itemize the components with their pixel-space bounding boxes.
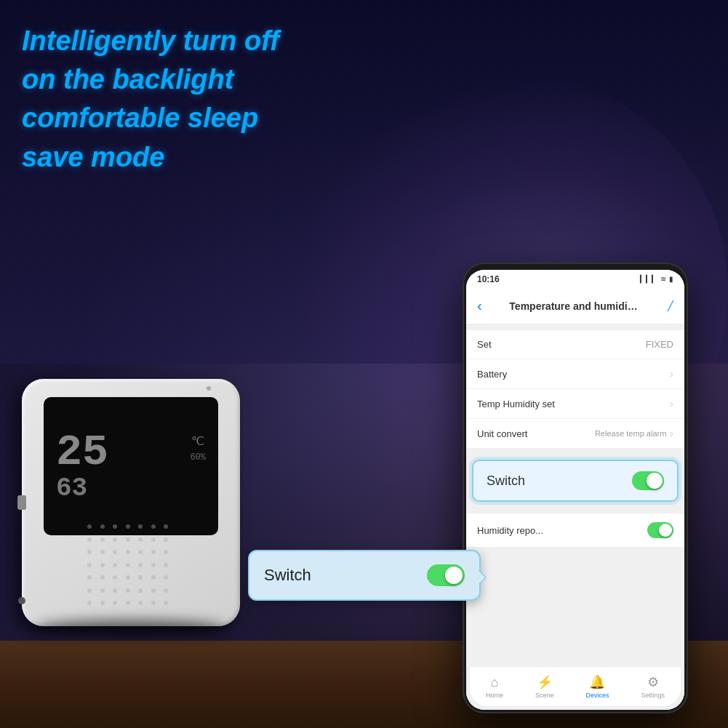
unit-convert-label: Unit convert — [477, 428, 527, 439]
phone-screen: 10:16 ▎▎▎ ≋ ▮ ‹ Temper — [466, 270, 684, 710]
temp-unit-display: ℃ — [191, 434, 204, 449]
headline-line2: on the backlight — [22, 60, 279, 99]
nav-devices[interactable]: 🔔 Devices — [585, 674, 609, 699]
callout-toggle-knob — [445, 567, 463, 584]
switch-row-highlighted[interactable]: Switch — [472, 460, 679, 502]
back-button[interactable]: ‹ — [477, 297, 482, 314]
set-value: FIXED — [646, 339, 673, 350]
switch-section: Switch — [466, 454, 684, 508]
temp-humidity-arrow: › — [670, 398, 673, 409]
status-icons: ▎▎▎ ≋ ▮ — [640, 275, 673, 283]
switch-toggle[interactable] — [632, 471, 664, 490]
app-content: Set FIXED Battery › — [466, 324, 684, 710]
device-speaker — [87, 524, 175, 612]
battery-arrow: › — [670, 368, 673, 380]
status-time: 10:16 — [477, 274, 500, 284]
home-icon: ⌂ — [491, 675, 499, 690]
home-label: Home — [486, 692, 503, 699]
release-temp-label: Release temp alarm — [595, 429, 666, 438]
device-usb-port — [17, 495, 26, 510]
scene-icon: ⚡ — [537, 674, 553, 690]
phone: 10:16 ▎▎▎ ≋ ▮ ‹ Temper — [437, 204, 713, 713]
settings-icon: ⚙ — [647, 674, 659, 690]
humidity-report-label: Humidity repo... — [477, 525, 543, 536]
temp-humidity-label: Temp Humidity set — [477, 399, 555, 409]
settings-label: Settings — [641, 692, 665, 699]
unit-convert-row[interactable]: Unit convert Release temp alarm › — [466, 419, 684, 448]
callout-switch-label: Switch — [264, 566, 311, 585]
headline-line4: save mode — [22, 138, 279, 177]
humidity-toggle[interactable] — [647, 522, 673, 538]
switch-label: Switch — [487, 473, 525, 489]
headline-line1: Intelligently turn off — [22, 22, 279, 60]
bottom-nav: ⌂ Home ⚡ Scene 🔔 Devices — [470, 666, 681, 706]
humidity-report-row[interactable]: Humidity repo... — [466, 513, 684, 547]
nav-settings[interactable]: ⚙ Settings — [641, 674, 665, 699]
nav-scene[interactable]: ⚡ Scene — [535, 674, 554, 699]
main-content: Intelligently turn off on the backlight … — [0, 0, 728, 728]
speaker-grid — [87, 524, 175, 612]
smart-device: 25 63 ℃ 60% — [22, 379, 240, 626]
device-screen: 25 63 ℃ 60% — [44, 397, 218, 535]
phone-body: 10:16 ▎▎▎ ≋ ▮ ‹ Temper — [463, 263, 688, 713]
app-header: ‹ Temperature and humidity... ╱ — [466, 288, 684, 324]
app-title: Temperature and humidity... — [509, 300, 640, 312]
battery-row[interactable]: Battery › — [466, 359, 684, 389]
callout-toggle[interactable] — [427, 564, 465, 586]
wifi-icon: ≋ — [660, 275, 666, 283]
humidity-display: 63 — [56, 476, 108, 502]
device-shadow — [36, 619, 225, 633]
battery-icon: ▮ — [669, 275, 673, 283]
app-screen: 10:16 ▎▎▎ ≋ ▮ ‹ Temper — [466, 270, 684, 710]
humidity-pct: 60% — [190, 452, 206, 463]
headline-block: Intelligently turn off on the backlight … — [22, 22, 279, 177]
humidity-section: Humidity repo... — [466, 513, 684, 547]
nav-home[interactable]: ⌂ Home — [486, 675, 503, 699]
set-row[interactable]: Set FIXED — [466, 330, 684, 359]
signal-icon: ▎▎▎ — [640, 275, 657, 283]
settings-section-1: Set FIXED Battery › — [466, 330, 684, 448]
temp-humidity-row[interactable]: Temp Humidity set › — [466, 389, 684, 419]
unit-convert-right: Release temp alarm › — [595, 428, 673, 439]
headline-line3: comfortable sleep — [22, 99, 279, 137]
temperature-display: 25 — [56, 431, 108, 474]
devices-icon: 🔔 — [589, 674, 605, 690]
phone-container: 10:16 ▎▎▎ ≋ ▮ ‹ Temper — [437, 204, 713, 713]
battery-label: Battery — [477, 369, 507, 380]
unit-arrow: › — [670, 428, 673, 439]
scene-label: Scene — [535, 692, 554, 699]
callout-bubble: Switch — [248, 550, 481, 601]
devices-label: Devices — [585, 692, 609, 699]
edit-button[interactable]: ╱ — [668, 300, 673, 311]
device-audio-jack — [18, 597, 25, 604]
device-screen-inner: 25 63 ℃ 60% — [52, 404, 209, 529]
humidity-toggle-knob — [659, 524, 672, 537]
toggle-knob — [647, 473, 663, 489]
smart-device-container: 25 63 ℃ 60% — [22, 379, 269, 655]
lcd-display: 25 63 ℃ 60% — [52, 404, 209, 529]
app-header-left: ‹ — [477, 297, 482, 314]
set-label: Set — [477, 339, 492, 350]
device-led — [207, 386, 211, 391]
status-bar: 10:16 ▎▎▎ ≋ ▮ — [466, 270, 684, 288]
